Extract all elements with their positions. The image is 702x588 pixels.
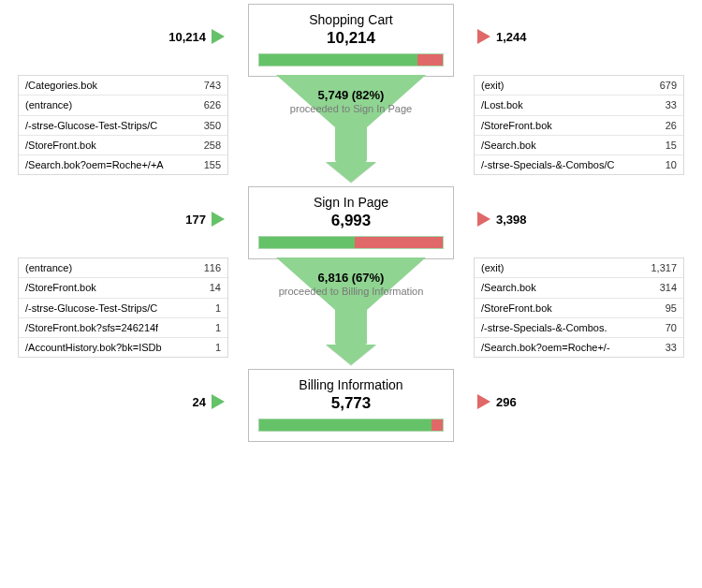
stage-box-shopping-cart[interactable]: Shopping Cart 10,214 [248,4,454,77]
stage-title: Billing Information [258,377,444,392]
outflow-table: (exit)679 /Lost.bok33 /StoreFront.bok26 … [474,75,684,175]
inflow-label: 177 [14,186,234,252]
dropoff-bar [417,54,443,66]
stage-title: Sign In Page [258,195,444,210]
funnel-stage-2: 177 (entrance)116 /StoreFront.bok14 /-st… [0,186,702,369]
inflow-count: 177 [185,213,206,227]
conversion-bar [258,53,444,66]
table-row[interactable]: /-strse-Glucose-Test-Strips/C1 [19,299,227,318]
dropoff-bar [355,237,443,248]
inflow-arrow-icon [212,29,225,44]
outflow-arrow-icon [477,394,490,409]
outflow-count: 296 [496,395,517,409]
chevron-down-icon [326,345,376,365]
stage-count: 6,993 [258,212,444,230]
table-row[interactable]: /Search.bok314 [475,278,683,298]
outflow-label: 296 [468,369,688,434]
outflow-table: (exit)1,317 /Search.bok314 /StoreFront.b… [474,257,684,358]
table-row[interactable]: /-strse-Specials-&-Combos/C10 [475,155,683,174]
inflow-arrow-icon [212,212,225,227]
proceeded-text: proceeded to Billing Information [279,286,424,297]
dropoff-bar [431,419,443,431]
stage-title: Shopping Cart [258,12,444,27]
funnel-connector: 6,816 (67%) proceeded to Billing Informa… [234,257,468,369]
outflow-count: 1,244 [496,30,527,44]
table-row[interactable]: (exit)679 [475,76,683,96]
stage-count: 10,214 [258,29,444,48]
table-row[interactable]: /StoreFront.bok?sfs=246214f1 [19,318,227,338]
funnel-connector: 5,749 (82%) proceeded to Sign In Page [234,75,468,186]
funnel-shaft [335,120,367,162]
inflow-count: 24 [193,395,206,409]
conversion-bar [258,419,444,432]
table-row[interactable]: /Lost.bok33 [475,96,683,115]
inflow-count: 10,214 [168,30,206,44]
table-row[interactable]: /StoreFront.bok258 [19,136,227,155]
inflow-label: 24 [14,369,234,434]
outflow-arrow-icon [477,212,490,227]
proceeded-count: 6,816 (67%) [279,271,424,285]
table-row[interactable]: /StoreFront.bok95 [475,299,683,318]
stage-box-sign-in[interactable]: Sign In Page 6,993 [248,186,454,259]
funnel-stage-1: 10,214 /Categories.bok743 (entrance)626 … [0,4,702,186]
table-row[interactable]: /Categories.bok743 [19,76,227,96]
inflow-table: (entrance)116 /StoreFront.bok14 /-strse-… [18,257,228,358]
table-row[interactable]: /AccountHistory.bok?bk=ISDb1 [19,338,227,357]
table-row[interactable]: /-strse-Specials-&-Combos.70 [475,318,683,338]
table-row[interactable]: (entrance)626 [19,96,227,115]
table-row[interactable]: (entrance)116 [19,258,227,278]
table-row[interactable]: /StoreFront.bok14 [19,278,227,298]
funnel-shaft [335,302,367,345]
outflow-count: 3,398 [496,213,527,227]
table-row[interactable]: /StoreFront.bok26 [475,116,683,136]
table-row[interactable]: /Search.bok15 [475,136,683,155]
table-row[interactable]: /Search.bok?oem=Roche+/-33 [475,338,683,357]
proceeded-count: 5,749 (82%) [290,88,412,102]
inflow-table: /Categories.bok743 (entrance)626 /-strse… [18,75,228,175]
stage-box-billing[interactable]: Billing Information 5,773 [248,369,454,442]
inflow-label: 10,214 [14,4,234,69]
table-row[interactable]: /Search.bok?oem=Roche+/+A155 [19,155,227,174]
outflow-label: 1,244 [468,4,688,69]
outflow-label: 3,398 [468,186,688,252]
proceeded-text: proceeded to Sign In Page [290,103,412,114]
table-row[interactable]: (exit)1,317 [475,258,683,278]
chevron-down-icon [326,162,376,183]
table-row[interactable]: /-strse-Glucose-Test-Strips/C350 [19,116,227,136]
conversion-bar [258,236,444,249]
inflow-arrow-icon [212,394,225,409]
stage-count: 5,773 [258,394,444,413]
outflow-arrow-icon [477,29,490,44]
funnel-stage-3: 24 Billing Information 5,773 296 [0,369,702,442]
